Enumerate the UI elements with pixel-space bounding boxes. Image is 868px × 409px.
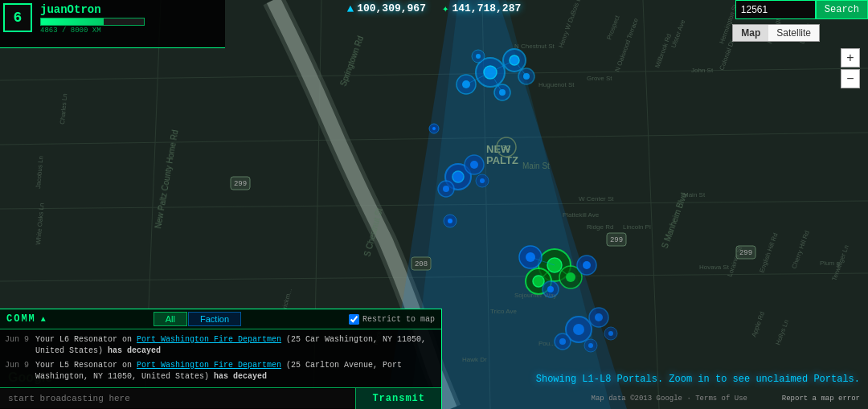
svg-text:208: 208 <box>415 260 428 268</box>
svg-text:John St: John St <box>691 67 714 74</box>
svg-text:Sojourner Way: Sojourner Way <box>514 292 557 299</box>
player-name: juanOtron <box>40 3 219 16</box>
transmit-button[interactable]: Transmit <box>355 388 441 409</box>
ap-icon: ▲ <box>347 2 354 15</box>
map-toggle-map[interactable]: Map <box>733 25 768 41</box>
report-map-error[interactable]: Report a map error <box>782 395 860 403</box>
svg-text:Main St: Main St <box>522 162 550 170</box>
svg-point-68 <box>573 324 584 335</box>
comm-tab-faction[interactable]: Faction <box>188 312 241 326</box>
msg-content-1: Your L6 Resonator on Port Washington Fir… <box>35 334 436 357</box>
svg-point-76 <box>608 331 613 336</box>
ap-stat: ▲ 100,309,967 <box>347 2 426 15</box>
svg-text:Pou...: Pou... <box>538 340 555 347</box>
map-zoom-controls: + − <box>841 48 860 88</box>
svg-point-61 <box>583 261 591 269</box>
msg-link-2[interactable]: Port Washington Fire Departmen <box>137 361 281 370</box>
svg-text:Huguenot St: Huguenot St <box>538 81 575 88</box>
msg-date-1: Jun 9 <box>5 334 29 357</box>
status-message: Showing L1-L8 Portals. Zoom in to see un… <box>536 374 860 385</box>
search-input[interactable] <box>735 0 816 19</box>
svg-text:299: 299 <box>610 236 623 244</box>
svg-point-72 <box>559 338 566 345</box>
xm-text: 4863 / 8000 XM <box>40 27 219 35</box>
svg-point-51 <box>480 178 485 183</box>
msg-link-1[interactable]: Port Washington Fire Departmen <box>137 335 281 344</box>
svg-text:Trico Ave: Trico Ave <box>490 308 517 315</box>
zoom-in-button[interactable]: + <box>841 48 860 67</box>
comm-messages: Jun 9 Your L6 Resonator on Port Washingt… <box>0 329 441 387</box>
map-satellite-toggle: Map Satellite <box>732 24 820 42</box>
restrict-to-map-section: Restrict to map <box>349 314 435 325</box>
xm-bar-container: 4863 / 8000 XM <box>40 18 219 35</box>
svg-text:32: 32 <box>502 145 511 153</box>
search-section: Search <box>735 0 868 19</box>
distance-icon: ✦ <box>442 2 448 15</box>
svg-point-80 <box>448 219 452 223</box>
svg-point-70 <box>595 313 603 321</box>
level-badge: 6 <box>3 3 32 32</box>
comm-collapse-icon[interactable]: ▲ <box>41 315 46 324</box>
svg-text:N Chestnut St: N Chestnut St <box>514 43 555 50</box>
search-button[interactable]: Search <box>816 0 868 19</box>
comm-message-2: Jun 9 Your L5 Resonator on Port Washingt… <box>5 358 436 384</box>
broadcast-bar: Transmit <box>0 387 441 409</box>
svg-point-49 <box>443 186 449 192</box>
comm-tab-all[interactable]: All <box>154 312 187 326</box>
svg-text:Plattekill Ave: Plattekill Ave <box>563 211 600 219</box>
zoom-out-button[interactable]: − <box>841 69 860 88</box>
google-attribution: Map data ©2013 Google · Terms of Use <box>592 395 747 403</box>
msg-content-2: Your L5 Resonator on Port Washington Fir… <box>35 360 436 382</box>
svg-text:Grove St: Grove St <box>587 75 612 82</box>
svg-point-74 <box>588 343 593 348</box>
comm-tabs: All Faction <box>154 312 241 326</box>
svg-point-47 <box>470 161 478 169</box>
svg-point-45 <box>452 171 464 182</box>
broadcast-input[interactable] <box>0 389 355 408</box>
player-info-panel: juanOtron 4863 / 8000 XM <box>0 0 225 48</box>
svg-text:Hovava St: Hovava St <box>699 264 730 271</box>
restrict-to-map-checkbox[interactable] <box>349 314 359 325</box>
comm-title-section: COMM ▲ <box>6 313 46 325</box>
svg-text:Main St: Main St <box>683 191 706 198</box>
distance-value: 141,718,287 <box>452 2 521 14</box>
comm-message-1: Jun 9 Your L6 Resonator on Port Washingt… <box>5 333 436 358</box>
center-stats: ▲ 100,309,967 ✦ 141,718,287 <box>339 0 530 17</box>
comm-header: COMM ▲ All Faction Restrict to map <box>0 309 441 329</box>
svg-text:299: 299 <box>234 180 247 188</box>
xm-bar-background <box>40 18 145 26</box>
restrict-label: Restrict to map <box>362 315 435 324</box>
distance-stat: ✦ 141,718,287 <box>442 2 521 15</box>
svg-text:Ridge Rd: Ridge Rd <box>587 223 613 231</box>
comm-panel: COMM ▲ All Faction Restrict to map Jun 9… <box>0 309 442 409</box>
svg-text:W Center St: W Center St <box>579 195 614 202</box>
xm-bar-fill <box>41 18 104 25</box>
ap-value: 100,309,967 <box>357 2 426 14</box>
svg-text:Hawk Dr: Hawk Dr <box>462 356 487 363</box>
map-toggle-satellite[interactable]: Satellite <box>768 25 819 41</box>
comm-title: COMM <box>6 313 36 325</box>
msg-date-2: Jun 9 <box>5 360 29 382</box>
svg-point-39 <box>476 54 481 59</box>
svg-text:Lincoln Pl: Lincoln Pl <box>623 223 651 231</box>
svg-point-78 <box>432 127 436 130</box>
